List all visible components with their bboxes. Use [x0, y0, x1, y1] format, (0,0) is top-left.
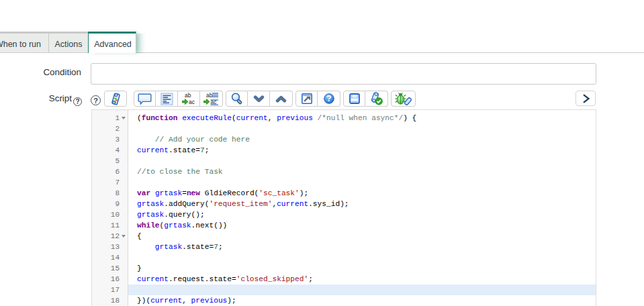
svg-text:ab: ab — [206, 92, 213, 99]
svg-text:?: ? — [326, 94, 331, 103]
svg-text:ac: ac — [189, 99, 195, 105]
svg-text:ab: ab — [185, 92, 191, 99]
